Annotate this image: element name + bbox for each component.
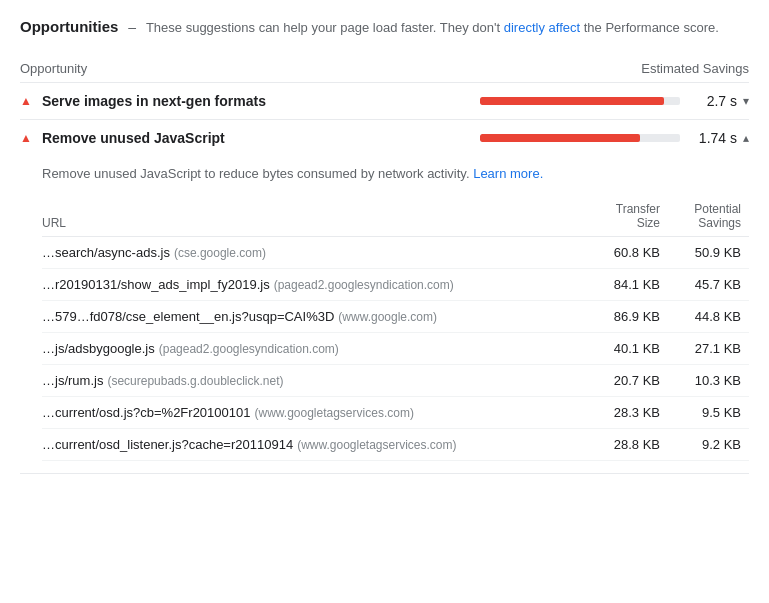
transfer-size-cell: 28.3 KB bbox=[588, 397, 668, 429]
url-cell: …r20190131/show_ads_impl_fy2019.js(pagea… bbox=[42, 269, 588, 301]
expanded-section-remove-js: Remove unused JavaScript to reduce bytes… bbox=[20, 156, 749, 474]
table-row: …js/adsbygoogle.js(pagead2.googlesyndica… bbox=[42, 333, 749, 365]
table-row: …current/osd.js?cb=%2Fr20100101(www.goog… bbox=[42, 397, 749, 429]
url-main: …r20190131/show_ads_impl_fy2019.js bbox=[42, 277, 270, 292]
dash: – bbox=[128, 19, 136, 35]
col-savings-header: Estimated Savings bbox=[641, 61, 749, 76]
chevron-remove-js[interactable]: ▴ bbox=[743, 131, 749, 145]
url-domain: (www.googletagservices.com) bbox=[297, 438, 456, 452]
savings-serve-images: 2.7 s bbox=[692, 93, 737, 109]
transfer-size-cell: 40.1 KB bbox=[588, 333, 668, 365]
table-header-row: URL TransferSize PotentialSavings bbox=[42, 196, 749, 237]
potential-savings-cell: 50.9 KB bbox=[668, 237, 749, 269]
url-main: …579…fd078/cse_element__en.js?usqp=CAI%3… bbox=[42, 309, 334, 324]
bar-fill-serve-images bbox=[480, 97, 664, 105]
table-row: …r20190131/show_ads_impl_fy2019.js(pagea… bbox=[42, 269, 749, 301]
url-domain: (cse.google.com) bbox=[174, 246, 266, 260]
url-domain: (pagead2.googlesyndication.com) bbox=[274, 278, 454, 292]
transfer-size-cell: 28.8 KB bbox=[588, 429, 668, 461]
col-opportunity-header: Opportunity bbox=[20, 61, 87, 76]
opportunity-main-serve-images[interactable]: ▲ Serve images in next-gen formats 2.7 s… bbox=[20, 83, 749, 119]
opp-title-serve-images: Serve images in next-gen formats bbox=[42, 93, 480, 109]
directly-affect-link[interactable]: directly affect bbox=[504, 20, 580, 35]
table-row: …579…fd078/cse_element__en.js?usqp=CAI%3… bbox=[42, 301, 749, 333]
opportunity-row-remove-js: ▲ Remove unused JavaScript 1.74 s ▴ Remo… bbox=[20, 120, 749, 475]
column-headers: Opportunity Estimated Savings bbox=[20, 55, 749, 83]
url-main: …current/osd_listener.js?cache=r20110914 bbox=[42, 437, 293, 452]
savings-remove-js: 1.74 s bbox=[692, 130, 737, 146]
url-table: URL TransferSize PotentialSavings …searc… bbox=[42, 196, 749, 461]
transfer-size-cell: 84.1 KB bbox=[588, 269, 668, 301]
opportunity-row-serve-images: ▲ Serve images in next-gen formats 2.7 s… bbox=[20, 83, 749, 120]
header-description: These suggestions can help your page loa… bbox=[146, 20, 719, 35]
bar-remove-js bbox=[480, 134, 680, 142]
transfer-size-cell: 86.9 KB bbox=[588, 301, 668, 333]
col-transfer-header: TransferSize bbox=[588, 196, 668, 237]
url-cell: …current/osd_listener.js?cache=r20110914… bbox=[42, 429, 588, 461]
opportunity-main-remove-js[interactable]: ▲ Remove unused JavaScript 1.74 s ▴ bbox=[20, 120, 749, 156]
url-cell: …search/async-ads.js(cse.google.com) bbox=[42, 237, 588, 269]
url-main: …current/osd.js?cb=%2Fr20100101 bbox=[42, 405, 250, 420]
url-main: …search/async-ads.js bbox=[42, 245, 170, 260]
table-row: …js/rum.js(securepubads.g.doubleclick.ne… bbox=[42, 365, 749, 397]
section-title: Opportunities bbox=[20, 18, 118, 35]
warning-icon: ▲ bbox=[20, 94, 32, 108]
potential-savings-cell: 9.2 KB bbox=[668, 429, 749, 461]
url-cell: …js/rum.js(securepubads.g.doubleclick.ne… bbox=[42, 365, 588, 397]
expanded-description: Remove unused JavaScript to reduce bytes… bbox=[42, 164, 749, 185]
table-row: …current/osd_listener.js?cache=r20110914… bbox=[42, 429, 749, 461]
transfer-size-cell: 20.7 KB bbox=[588, 365, 668, 397]
potential-savings-cell: 45.7 KB bbox=[668, 269, 749, 301]
url-main: …js/rum.js bbox=[42, 373, 103, 388]
url-domain: (www.google.com) bbox=[338, 310, 437, 324]
url-domain: (www.googletagservices.com) bbox=[254, 406, 413, 420]
col-potential-header: PotentialSavings bbox=[668, 196, 749, 237]
learn-more-link[interactable]: Learn more. bbox=[473, 166, 543, 181]
warning-icon-js: ▲ bbox=[20, 131, 32, 145]
url-cell: …current/osd.js?cb=%2Fr20100101(www.goog… bbox=[42, 397, 588, 429]
url-main: …js/adsbygoogle.js bbox=[42, 341, 155, 356]
table-row: …search/async-ads.js(cse.google.com)60.8… bbox=[42, 237, 749, 269]
potential-savings-cell: 44.8 KB bbox=[668, 301, 749, 333]
url-domain: (pagead2.googlesyndication.com) bbox=[159, 342, 339, 356]
potential-savings-cell: 27.1 KB bbox=[668, 333, 749, 365]
potential-savings-cell: 10.3 KB bbox=[668, 365, 749, 397]
bar-fill-remove-js bbox=[480, 134, 640, 142]
transfer-size-cell: 60.8 KB bbox=[588, 237, 668, 269]
chevron-serve-images[interactable]: ▾ bbox=[743, 94, 749, 108]
bar-serve-images bbox=[480, 97, 680, 105]
url-domain: (securepubads.g.doubleclick.net) bbox=[107, 374, 283, 388]
potential-savings-cell: 9.5 KB bbox=[668, 397, 749, 429]
opp-title-remove-js: Remove unused JavaScript bbox=[42, 130, 480, 146]
url-cell: …js/adsbygoogle.js(pagead2.googlesyndica… bbox=[42, 333, 588, 365]
url-cell: …579…fd078/cse_element__en.js?usqp=CAI%3… bbox=[42, 301, 588, 333]
opportunities-header: Opportunities – These suggestions can he… bbox=[20, 16, 749, 39]
col-url-header: URL bbox=[42, 196, 588, 237]
